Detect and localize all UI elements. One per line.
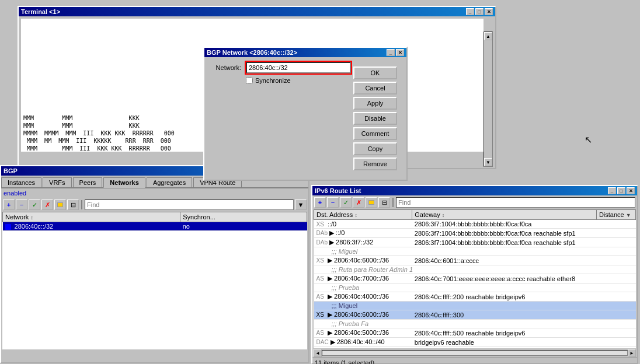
bgp-toolbar: + − ✓ ✗ ⊟ ▼ [1,198,308,212]
remove-button[interactable]: Remove [353,158,397,170]
flag-btn[interactable] [54,200,66,210]
table-row[interactable]: XS ▶ 2806:40c:6000::/36 2806:40c:6001::a… [314,256,636,265]
dialog-titlebar-buttons: _ ✕ [387,49,404,56]
cell-gateway: 2806:40c:7001:eeee:eeee:eeee:a:cccc reac… [412,274,597,284]
ipv6-table-container[interactable]: Dst. Address ↕ Gateway ↕ Distance ▼ XS :… [314,209,636,348]
dialog-close-btn[interactable]: ✕ [396,49,404,56]
ipv6-check-btn[interactable]: ✓ [340,197,352,208]
copy-button[interactable]: Copy [353,142,397,155]
dialog-minimize-btn[interactable]: _ [387,49,395,56]
cell-gateway-highlight: 2806:40c:ffff::300 [412,310,597,320]
cell-type-addr: DAC ▶ 2806:40c:40::/40 [314,338,412,347]
remove-btn[interactable]: − [16,200,27,210]
tab-peers[interactable]: Peers [73,177,103,187]
col-network[interactable]: Network ↕ [3,212,180,222]
add-btn[interactable]: + [3,200,15,210]
ipv6-add-btn[interactable]: + [314,197,326,208]
ipv6-flag-btn[interactable] [366,197,377,208]
col-dst[interactable]: Dst. Address ↕ [314,210,412,220]
cell-distance [596,292,635,302]
table-row-comment: ;;; Prueba Fa [314,320,636,328]
cell-comment: ;;; Ruta para Router Admin 1 [314,265,636,274]
table-row[interactable]: DAb ▶ ::/0 2806:3f7:1004:bbbb:bbbb:bbbb:… [314,229,636,238]
ipv6-filter-btn[interactable]: ⊟ [378,197,390,208]
bgp-table: Network ↕ Synchron... 2806:40c::/32 no [2,212,307,231]
cell-distance-highlight [596,310,635,320]
table-row-comment: ;;; Miguel [314,247,636,256]
bgp-title: BGP [4,167,18,174]
cell-gateway: 2806:40c:ffff::500 reachable bridgeipv6 [412,328,597,338]
ipv6-panel: IPv6 Route List _ □ ✕ + − ✓ ✗ ⊟ Dst. Add… [311,185,638,364]
filter-btn[interactable]: ⊟ [67,200,79,210]
table-row[interactable]: DAb ▶ 2806:3f7::/32 2806:3f7:1004:bbbb:b… [314,238,636,247]
cancel-button[interactable]: Cancel [353,82,397,94]
cell-distance [596,229,635,238]
tab-instances[interactable]: Instances [1,177,41,187]
col-gateway[interactable]: Gateway ↕ [412,210,597,220]
scroll-up-btn[interactable]: ▲ [484,32,492,40]
dialog-title: BGP Network <2806:40c::/32> [207,49,297,56]
cross-btn[interactable]: ✗ [41,200,53,210]
maximize-btn[interactable]: □ [475,8,484,15]
ipv6-status-text: 11 items (1 selected) [315,359,374,364]
cell-distance [596,338,635,347]
synchronize-row: Synchronize [246,77,351,84]
cell-type-addr: XS ▶ 2806:40c:6000::/36 [314,256,412,265]
table-row-comment-highlight: ;;; Miguel [314,302,636,310]
ipv6-search-input[interactable] [396,197,635,208]
ipv6-close-btn[interactable]: ✕ [627,187,635,194]
cell-network: 2806:40c::/32 [3,222,180,231]
synchronize-checkbox[interactable] [246,77,253,84]
apply-button[interactable]: Apply [353,97,397,110]
ipv6-toolbar-separator [392,198,394,207]
bgp-search-input[interactable] [85,200,294,210]
cell-distance [596,256,635,265]
ok-button[interactable]: OK [353,66,397,79]
table-row[interactable]: 2806:40c::/32 no [3,222,307,231]
terminal-titlebar-buttons: _ □ ✕ [466,8,493,15]
table-row[interactable]: AS ▶ 2806:40c:5000::/36 2806:40c:ffff::5… [314,328,636,338]
tab-vrfs[interactable]: VRFs [43,177,72,187]
ipv6-remove-btn[interactable]: − [327,197,339,208]
network-input[interactable] [246,62,351,74]
table-row-comment: ;;; Ruta para Router Admin 1 [314,265,636,274]
terminal-title: Terminal <1> [21,8,60,15]
ipv6-maximize-btn[interactable]: □ [617,187,625,194]
scroll-down-btn[interactable]: ▼ [484,158,492,166]
cell-gateway: bridgeipv6 reachable [412,338,597,347]
cell-distance [596,328,635,338]
synchronize-label: Synchronize [255,77,291,84]
table-row[interactable]: DAC ▶ 2806:40c:40::/40 bridgeipv6 reacha… [314,338,636,347]
cell-type-addr: DAb ▶ ::/0 [314,229,412,238]
ipv6-minimize-btn[interactable]: _ [608,187,616,194]
disable-button[interactable]: Disable [353,112,397,125]
table-row-highlight[interactable]: XS ▶ 2806:40c:6000::/36 2806:40c:ffff::3… [314,310,636,320]
toolbar-separator [81,200,82,209]
col-sync[interactable]: Synchron... [180,212,307,222]
table-row[interactable]: AS ▶ 2806:40c:4000::/36 2806:40c:ffff::2… [314,292,636,302]
comment-button[interactable]: Comment [353,127,397,140]
dropdown-btn[interactable]: ▼ [295,200,307,210]
table-row[interactable]: AS ▶ 2806:40c:7000::/36 2806:40c:7001:ee… [314,274,636,284]
table-row-comment: ;;; Prueba [314,284,636,292]
scroll-right-btn[interactable]: ► [628,349,636,357]
tab-networks[interactable]: Networks [103,177,145,188]
bgp-table-container[interactable]: Network ↕ Synchron... 2806:40c::/32 no [2,212,307,349]
bgp-network-dialog: BGP Network <2806:40c::/32> _ ✕ Network:… [203,47,408,181]
col-distance[interactable]: Distance ▼ [596,210,635,220]
terminal-scrollbar[interactable]: ▲ ▼ [484,32,493,167]
cell-comment: ;;; Miguel [314,247,636,256]
dialog-titlebar: BGP Network <2806:40c::/32> _ ✕ [204,48,406,57]
table-row[interactable]: XS ::/0 2806:3f7:1004:bbbb:bbbb:bbbb:f0c… [314,220,636,229]
minimize-btn[interactable]: _ [466,8,474,15]
scroll-left-btn[interactable]: ◄ [314,349,322,357]
check-btn[interactable]: ✓ [29,200,40,210]
ipv6-panel-titlebar: IPv6 Route List _ □ ✕ [312,186,637,195]
enabled-text: enabled [4,190,26,197]
tab-aggregates[interactable]: Aggregates [147,177,192,187]
bgp-panel: BGP Instances VRFs Peers Networks Aggreg… [0,165,309,363]
close-btn[interactable]: ✕ [485,8,493,15]
ipv6-titlebar-buttons: _ □ ✕ [608,187,635,194]
dialog-buttons: OK Cancel Apply Disable Comment Copy Rem… [353,62,402,175]
ipv6-cross-btn[interactable]: ✗ [353,197,364,208]
